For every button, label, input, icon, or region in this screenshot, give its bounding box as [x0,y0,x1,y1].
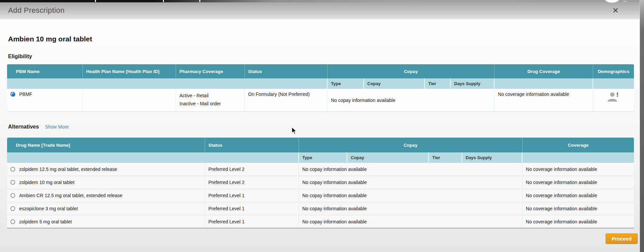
alternatives-table: Drug Name [Trade Name] Status Copay Cove… [7,138,634,228]
subcol-tier: Tier [429,152,462,163]
col-coverage: Coverage [522,138,634,152]
eligibility-section-title: Eligibility [8,53,32,60]
alternatives-header-row: Drug Name [Trade Name] Status Copay Cove… [7,138,634,152]
prescription-drug-title: Ambien 10 mg oral tablet [8,35,92,43]
status-value: On Formulary (Not Preferred) [245,89,328,112]
close-icon[interactable]: ✕ [612,6,619,15]
alternative-status: Preferred Level 1 [205,189,299,202]
pbm-name-value: PBMF [19,92,32,97]
alternative-row[interactable]: zolpidem 5 mg oral tablet Preferred Leve… [7,215,634,228]
alternative-drug-name: zolpidem 12.5 mg oral tablet, extended r… [19,167,117,172]
alternative-row[interactable]: Ambien CR 12.5 mg oral tablet, extended … [7,189,634,202]
pharmacy-coverage-value: Active - Retail Inactive - Mail order [176,89,245,112]
health-plan-value [83,89,176,112]
col-status: Status [245,64,328,78]
alternative-copay: No copay information available [299,163,522,176]
alternative-radio[interactable] [10,219,15,224]
subcol-days-supply: Days Supply [451,78,495,89]
eligibility-subheader-row: Type Copay Tier Days Supply [7,78,634,89]
alternative-copay: No copay information available [299,189,522,202]
col-pharmacy-coverage: Pharmacy Coverage [176,64,245,78]
modal-header: Add Prescription ✕ [0,2,640,19]
alternatives-subheader-row: Type Copay Tier Days Supply [7,152,634,163]
drug-coverage-value: No coverage information available [495,89,593,112]
subcol-tier: Tier [425,78,451,89]
avatar-remnant [605,0,619,3]
pbm-radio[interactable] [10,92,15,97]
eligibility-table: PBM Name Health Plan Name [Health Plan I… [7,64,634,112]
alternative-status: Preferred Level 2 [205,163,299,176]
alternative-copay: No copay information available [299,176,522,189]
remnant-glyph [623,0,628,2]
subcol-days-supply: Days Supply [462,152,522,163]
copay-value: No copay information available [328,89,495,112]
col-pbm-name: PBM Name [7,64,83,78]
svg-text:!: ! [616,92,618,98]
alternative-row[interactable]: zolpidem 12.5 mg oral tablet, extended r… [7,163,634,176]
alternative-copay: No copay information available [299,202,522,215]
col-copay-group: Copay [299,138,522,152]
remnant-glyph [95,0,96,2]
alternative-row[interactable]: eszopiclone 3 mg oral tablet Preferred L… [7,202,634,215]
modal-title: Add Prescription [8,6,65,15]
alternative-status: Preferred Level 2 [205,176,299,189]
alternative-drug-name: eszopiclone 3 mg oral tablet [19,206,78,211]
subcol-type: Type [299,152,347,163]
col-drug-coverage: Drug Coverage [495,64,593,78]
subcol-copay: Copay [347,152,429,163]
alternative-drug-name: zolpidem 5 mg oral tablet [19,219,72,224]
background-app-remnant [0,0,644,2]
eligibility-header-row: PBM Name Health Plan Name [Health Plan I… [7,64,634,78]
col-status: Status [205,138,299,152]
show-more-link[interactable]: Show More [45,124,69,130]
col-health-plan: Health Plan Name [Health Plan ID] [83,64,176,78]
alternative-coverage: No coverage information available [522,163,634,176]
alternative-status: Preferred Level 1 [205,202,299,215]
remnant-glyph [163,0,164,2]
eligibility-row[interactable]: PBMF Active - Retail Inactive - Mail ord… [7,89,634,112]
modal-body: Ambien 10 mg oral tablet Eligibility PBM… [0,19,640,252]
alternative-drug-name: Ambien CR 12.5 mg oral tablet, extended … [19,193,123,198]
alternative-drug-name: zolpidem 10 mg oral tablet [19,180,74,185]
alternative-radio[interactable] [10,193,15,198]
alternative-copay: No copay information available [299,215,522,228]
col-drug-name: Drug Name [Trade Name] [7,138,205,152]
remnant-glyph [199,0,200,2]
proceed-button[interactable]: Proceed [606,233,638,244]
person-alert-icon: ! [607,92,620,102]
alternative-status: Preferred Level 1 [205,215,299,228]
col-copay-group: Copay [328,64,495,78]
subcol-copay: Copay [364,78,425,89]
col-demographics: Demographics [593,64,634,78]
alternative-row[interactable]: zolpidem 10 mg oral tablet Preferred Lev… [7,176,634,189]
alternative-radio[interactable] [10,206,15,211]
alternative-coverage: No coverage information available [522,176,634,189]
alternative-radio[interactable] [10,180,15,185]
demographics-cell[interactable]: ! [593,89,634,112]
alternative-coverage: No coverage information available [522,189,634,202]
alternative-coverage: No coverage information available [522,202,634,215]
alternatives-table-body: zolpidem 12.5 mg oral tablet, extended r… [7,163,634,228]
alternatives-section-title: Alternatives [8,124,39,130]
alternative-radio[interactable] [10,167,15,172]
scrollbar[interactable] [640,0,644,252]
subcol-type: Type [328,78,364,89]
alternative-coverage: No coverage information available [522,215,634,228]
